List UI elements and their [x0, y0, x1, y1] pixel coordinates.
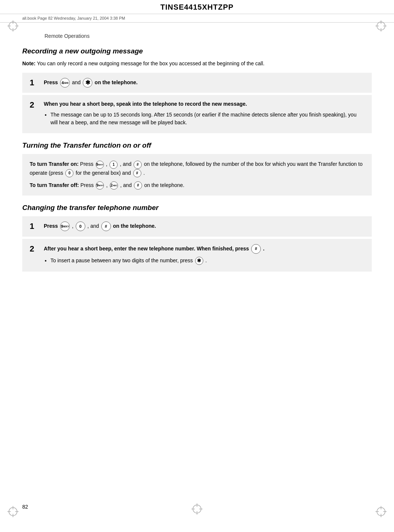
key-1-on: 1 [109, 161, 118, 169]
step-2-main: When you hear a short beep, speak into t… [44, 101, 247, 107]
step-2-bullet-1: The message can be up to 15 seconds long… [50, 111, 364, 127]
changing-step-1: 1 Press 9WXY , 0 , and # on the telephon… [22, 216, 372, 236]
transfer-off-suffix: on the telephone. [144, 182, 184, 188]
key-4ghi: 4GHI [60, 78, 70, 88]
changing-step-2-dot: . [263, 245, 265, 251]
changing-step-2: 2 After you hear a short beep, enter the… [22, 239, 372, 272]
step-1-suffix: on the telephone. [95, 79, 138, 85]
sep-1: , [72, 223, 75, 229]
bottom-center-mark [191, 503, 203, 516]
key-9wxy-ch: 9WXY [60, 221, 70, 231]
key-hash-on2: # [133, 169, 141, 177]
transfer-off-text: Press [81, 182, 95, 188]
note-text: You can only record a new outgoing messa… [36, 60, 265, 66]
step-1-and: and [72, 79, 82, 85]
transfer-off-label: To turn Transfer off: [30, 182, 79, 188]
step-1-num: 1 [30, 78, 40, 88]
recording-note: Note: You can only record a new outgoing… [22, 60, 372, 68]
sep-2: , and [88, 223, 101, 229]
key-hash-ch: # [101, 221, 111, 231]
transfer-on-row: To turn Transfer on: Press 9WXY , 1 , an… [30, 160, 364, 177]
transfer-on-label: To turn Transfer on: [30, 161, 79, 167]
key-star-ch: ✱ [195, 257, 203, 265]
changing-step-2-bullets: To insert a pause between any two digits… [50, 257, 364, 265]
key-star: ✱ [83, 78, 92, 88]
step-2-num: 2 [30, 100, 40, 110]
step-1-content: Press 4GHI and ✱ on the telephone. [44, 78, 364, 88]
page-header: TINSE4415XHTZPP [0, 0, 394, 14]
and-2: , and [120, 182, 133, 188]
transfer-off-row: To turn Transfer off: Press 9WXY , 2ABC … [30, 181, 364, 190]
changing-step-1-num: 1 [30, 221, 40, 231]
key-9wxy-on: 9WXY [96, 161, 104, 169]
changing-step-2-main: After you hear a short beep, enter the n… [44, 245, 250, 251]
key-2abc-off: 2ABC [110, 181, 118, 190]
and-1: , and [120, 161, 133, 167]
comma-2: , [106, 182, 109, 188]
key-0-ch: 0 [76, 221, 85, 231]
changing-step-1-content: Press 9WXY , 0 , and # on the telephone. [44, 221, 364, 231]
transfer-on-suffix3: . [144, 170, 145, 176]
key-9wxy-off: 9WXY [96, 181, 104, 190]
recording-heading: Recording a new outgoing message [22, 47, 372, 55]
changing-step-2-content: After you hear a short beep, enter the n… [44, 244, 364, 266]
section-label: Remote Operations [22, 26, 372, 39]
key-hash-ch2: # [251, 244, 261, 254]
changing-step-1-suffix: on the telephone. [113, 223, 156, 229]
recording-step-2: 2 When you hear a short beep, speak into… [22, 95, 372, 133]
transfer-box: To turn Transfer on: Press 9WXY , 1 , an… [22, 154, 372, 196]
step-2-bullets: The message can be up to 15 seconds long… [50, 111, 364, 127]
key-0-on: 0 [65, 169, 73, 177]
transfer-on-text: Press [80, 161, 95, 167]
corner-mark-bl [7, 506, 19, 517]
changing-heading: Changing the transfer telephone number [22, 204, 372, 212]
corner-mark-br [375, 506, 387, 517]
transfer-heading: Turning the Transfer function on or off [22, 141, 372, 150]
changing-step-2-num: 2 [30, 244, 40, 254]
comma-1: , [106, 161, 109, 167]
key-hash-on: # [134, 161, 142, 169]
note-label: Note: [22, 60, 36, 66]
transfer-on-suffix2: for the general box) and [76, 170, 132, 176]
step-2-content: When you hear a short beep, speak into t… [44, 100, 364, 128]
step-1-press-label: Press [44, 79, 59, 85]
changing-step-1-press: Press [44, 223, 59, 229]
corner-mark-tl [7, 20, 19, 32]
book-info: all.book Page 82 Wednesday, January 21, … [0, 14, 394, 23]
page-number: 82 [22, 504, 28, 510]
main-content: Remote Operations Recording a new outgoi… [0, 23, 394, 288]
corner-mark-tr [375, 20, 387, 32]
key-hash-off: # [134, 181, 142, 190]
changing-step-2-bullet-1: To insert a pause between any two digits… [50, 257, 364, 265]
recording-step-1: 1 Press 4GHI and ✱ on the telephone. [22, 73, 372, 93]
